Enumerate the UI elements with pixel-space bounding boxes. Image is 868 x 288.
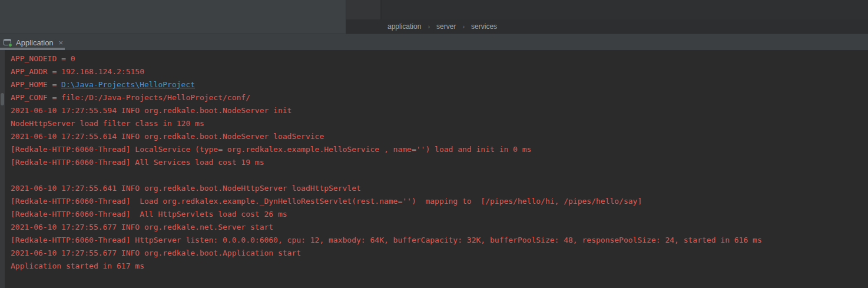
breadcrumb-item-server[interactable]: server [435, 22, 457, 31]
console-line: 2021-06-10 17:27:55.641 INFO org.redkale… [11, 182, 868, 195]
file-path-link[interactable]: D:\Java-Projects\HelloProject [61, 80, 195, 89]
top-mid-panel [346, 0, 381, 19]
log-text: APP_NODEID = 0 [11, 54, 75, 63]
console-line: APP_NODEID = 0 [11, 52, 868, 65]
log-text: [Redkale-HTTP:6060-Thread] LocalService … [11, 145, 531, 154]
log-text: Application started in 617 ms [11, 261, 144, 270]
console-line: Application started in 617 ms [11, 260, 868, 273]
ide-run-tool-window: application›server›services Application … [0, 0, 868, 288]
console-line: 2021-06-10 17:27:55.594 INFO org.redkale… [11, 104, 868, 117]
tab-label: Application [16, 38, 54, 47]
top-left-panel [0, 0, 346, 34]
log-text: 2021-06-10 17:27:55.594 INFO org.redkale… [11, 106, 291, 115]
console-line: NodeHttpServer load filter class in 120 … [11, 117, 868, 130]
console-line: [Redkale-HTTP:6060-Thread] LocalService … [11, 143, 868, 156]
top-right-panel [382, 0, 868, 19]
log-text: APP_ADDR = 192.168.124.2:5150 [11, 67, 144, 76]
console-line: APP_ADDR = 192.168.124.2:5150 [11, 65, 868, 78]
running-status-dot [8, 43, 12, 47]
breadcrumb-item-services[interactable]: services [470, 22, 498, 31]
console-line: 2021-06-10 17:27:55.614 INFO org.redkale… [11, 130, 868, 143]
console-line: [Redkale-HTTP:6060-Thread] All Services … [11, 156, 868, 169]
console-gutter [0, 50, 5, 288]
breadcrumb-separator-icon: › [462, 23, 465, 30]
console-line: 2021-06-10 17:27:55.677 INFO org.redkale… [11, 221, 868, 234]
breadcrumb-separator-icon: › [428, 23, 430, 30]
log-text: [Redkale-HTTP:6060-Thread] HttpServer li… [11, 236, 762, 244]
console-line [11, 169, 868, 182]
log-text: 2021-06-10 17:27:55.614 INFO org.redkale… [11, 132, 324, 141]
log-text: [Redkale-HTTP:6060-Thread] All Services … [11, 158, 264, 167]
breadcrumb: application›server›services [346, 19, 868, 34]
log-text: NodeHttpServer load filter class in 120 … [11, 119, 204, 128]
log-text: APP_CONF = file:/D:/Java-Projects/HelloP… [11, 93, 250, 102]
console-output[interactable]: APP_NODEID = 0APP_ADDR = 192.168.124.2:5… [0, 50, 868, 288]
log-text: APP_HOME = [11, 80, 61, 89]
log-text: [Redkale-HTTP:6060-Thread] All HttpServl… [11, 210, 287, 219]
console-line: APP_HOME = D:\Java-Projects\HelloProject [11, 78, 868, 91]
breadcrumb-item-application[interactable]: application [386, 22, 422, 31]
console-line: 2021-06-10 17:27:55.677 INFO org.redkale… [11, 247, 868, 260]
log-text: 2021-06-10 17:27:55.677 INFO org.redkale… [11, 223, 273, 231]
console-line: [Redkale-HTTP:6060-Thread] Load org.redk… [11, 195, 868, 208]
console-line: [Redkale-HTTP:6060-Thread] HttpServer li… [11, 234, 868, 247]
log-text: 2021-06-10 17:27:55.677 INFO org.redkale… [11, 249, 301, 257]
console-lines: APP_NODEID = 0APP_ADDR = 192.168.124.2:5… [11, 52, 868, 273]
scrollbar-thumb[interactable] [1, 93, 4, 105]
console-line: [Redkale-HTTP:6060-Thread] All HttpServl… [11, 208, 868, 221]
console-line: APP_CONF = file:/D:/Java-Projects/HelloP… [11, 91, 868, 104]
tool-window-tabbar: Application × [0, 34, 868, 50]
log-text: [Redkale-HTTP:6060-Thread] Load org.redk… [11, 197, 642, 206]
run-console-icon [3, 38, 12, 47]
close-icon[interactable]: × [59, 39, 64, 47]
log-text: 2021-06-10 17:27:55.641 INFO org.redkale… [11, 184, 361, 193]
